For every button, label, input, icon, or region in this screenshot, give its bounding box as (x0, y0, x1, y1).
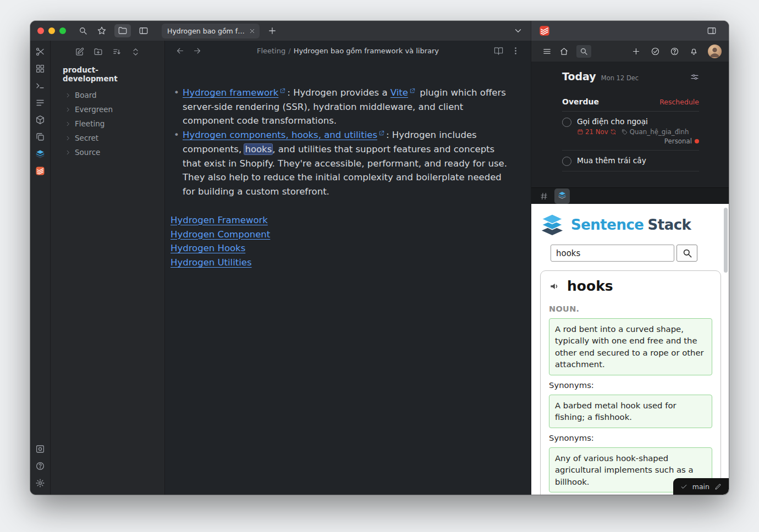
sync-icon (610, 129, 617, 135)
panel-right-toggle-icon[interactable] (707, 26, 717, 36)
note-content: Hydrogen framework: Hydrogen provides a … (165, 61, 531, 270)
link-hydrogen-component-note[interactable]: Hydrogen Component (170, 228, 270, 242)
folder-secret[interactable]: Secret (54, 131, 161, 145)
task-checkbox[interactable] (562, 157, 571, 166)
breadcrumb: Fleeting/Hydrogen bao gồm framework và l… (206, 47, 490, 55)
help-icon[interactable] (35, 461, 45, 471)
task-main: Gọi điện cho ngoại 21 Nov Quan_hệ_gia_đì… (577, 117, 699, 145)
dictionary-search-input[interactable] (551, 245, 674, 262)
todoist-icon[interactable] (35, 166, 45, 176)
forward-icon[interactable] (193, 46, 202, 56)
link-hydrogen-framework-note[interactable]: Hydrogen Framework (170, 213, 268, 228)
settings-icon[interactable] (35, 478, 45, 488)
folder-fleeting[interactable]: Fleeting (54, 117, 161, 131)
check-icon (680, 483, 688, 490)
tab-list-chevron-icon[interactable] (513, 26, 523, 36)
folder-evergreen[interactable]: Evergreen (54, 102, 161, 117)
search-icon[interactable] (576, 45, 591, 58)
vault-icon[interactable] (35, 444, 45, 454)
layers-icon[interactable] (35, 149, 45, 159)
external-link-icon (378, 130, 384, 136)
todoist-tab-icon[interactable] (539, 25, 550, 36)
project-name: Personal (664, 137, 692, 145)
chevron-right-icon (65, 149, 71, 156)
home-icon[interactable] (559, 47, 569, 56)
link-vite[interactable]: Vite (391, 87, 408, 98)
link-hydrogen-components[interactable]: Hydrogen components, hooks, and utilitie… (183, 130, 377, 140)
back-icon[interactable] (175, 46, 185, 56)
task-row[interactable]: Mua thêm trái cây (562, 151, 699, 171)
star-icon[interactable] (97, 26, 107, 36)
part-of-speech-label: NOUN. (549, 304, 712, 313)
external-link-icon (409, 88, 415, 94)
files-icon[interactable] (35, 132, 45, 142)
edit-icon[interactable] (714, 483, 722, 490)
vault-title[interactable]: product-development (54, 63, 161, 88)
task-due[interactable]: 21 Nov (577, 128, 617, 136)
folder-source[interactable]: Source (54, 145, 161, 159)
scrollbar-thumb[interactable] (724, 208, 728, 273)
folder-label: Evergreen (75, 105, 113, 114)
add-icon[interactable] (631, 47, 641, 56)
brand-first-word: Sentence (571, 217, 644, 233)
breadcrumb-parent[interactable]: Fleeting (257, 47, 285, 55)
editor-pane: Fleeting/Hydrogen bao gồm framework và l… (165, 41, 531, 495)
reschedule-button[interactable]: Reschedule (659, 98, 699, 106)
obsidian-window: Hydrogen bao gồm fram... (30, 21, 729, 495)
sentence-stack-header: SentenceStack (531, 204, 729, 236)
reading-mode-icon[interactable] (494, 46, 503, 56)
sentence-stack-logo-icon (540, 213, 565, 236)
definition-box: A rod bent into a curved shape, typicall… (549, 318, 712, 375)
minimize-window-button[interactable] (48, 27, 55, 34)
task-label[interactable]: Quan_hệ_gia_đình (622, 128, 689, 136)
definition-box: A barbed metal hook used for fishing; a … (549, 395, 712, 428)
task-row[interactable]: Gọi điện cho ngoại 21 Nov Quan_hệ_gia_đì… (562, 112, 699, 151)
close-window-button[interactable] (37, 27, 44, 34)
scissors-icon[interactable] (35, 47, 45, 57)
paragraph-text: : Hydrogen provides a (287, 87, 390, 98)
traffic-lights (30, 27, 74, 34)
menu-icon[interactable] (542, 47, 552, 56)
link-hydrogen-hooks-note[interactable]: Hydrogen Hooks (170, 241, 245, 256)
productivity-icon[interactable] (651, 47, 660, 56)
link-hydrogen-framework[interactable]: Hydrogen framework (183, 87, 278, 98)
folder-board[interactable]: Board (54, 88, 161, 102)
calendar-icon (577, 129, 584, 135)
collapse-icon[interactable] (131, 47, 140, 57)
filter-icon[interactable] (690, 73, 699, 81)
terminal-icon[interactable] (35, 81, 45, 91)
rows-icon[interactable] (35, 98, 45, 108)
external-link-icon (279, 88, 285, 94)
panel-left-toggle-icon[interactable] (139, 26, 148, 36)
list-item: Hydrogen components, hooks, and utilitie… (170, 128, 508, 199)
speaker-icon[interactable] (549, 281, 560, 292)
dictionary-search-button[interactable] (676, 245, 697, 262)
new-note-icon[interactable] (75, 47, 84, 57)
task-main: Mua thêm trái cây (577, 156, 699, 166)
help-icon[interactable] (670, 47, 679, 56)
notifications-icon[interactable] (689, 47, 698, 56)
task-project[interactable]: Personal (577, 137, 699, 145)
task-checkbox[interactable] (562, 118, 571, 127)
more-options-icon[interactable] (511, 46, 520, 56)
new-folder-icon[interactable] (94, 47, 103, 57)
tab-sentence-stack[interactable] (554, 189, 570, 204)
grid-icon[interactable] (35, 64, 45, 74)
package-icon[interactable] (35, 115, 45, 125)
right-sidebar: Today Mon 12 Dec Overdue Reschedule Gọi … (531, 41, 729, 495)
search-icon[interactable] (78, 26, 88, 36)
tab-close-icon[interactable] (249, 27, 256, 35)
todoist-header (531, 41, 729, 62)
link-hydrogen-utilities-note[interactable]: Hydrogen Utilities (170, 256, 252, 270)
zoom-window-button[interactable] (59, 27, 66, 34)
tab-hydrogen-note[interactable]: Hydrogen bao gồm fram... (162, 24, 260, 38)
hash-icon[interactable] (540, 192, 548, 201)
dictionary-search (551, 245, 729, 262)
chevron-right-icon (65, 135, 71, 141)
sort-icon[interactable] (112, 47, 122, 57)
git-status-bar[interactable]: main (673, 478, 729, 495)
avatar[interactable] (708, 45, 722, 58)
new-tab-button[interactable] (267, 26, 277, 36)
folder-icon[interactable] (114, 24, 131, 37)
internal-link-list: Hydrogen Framework Hydrogen Component Hy… (170, 213, 520, 270)
